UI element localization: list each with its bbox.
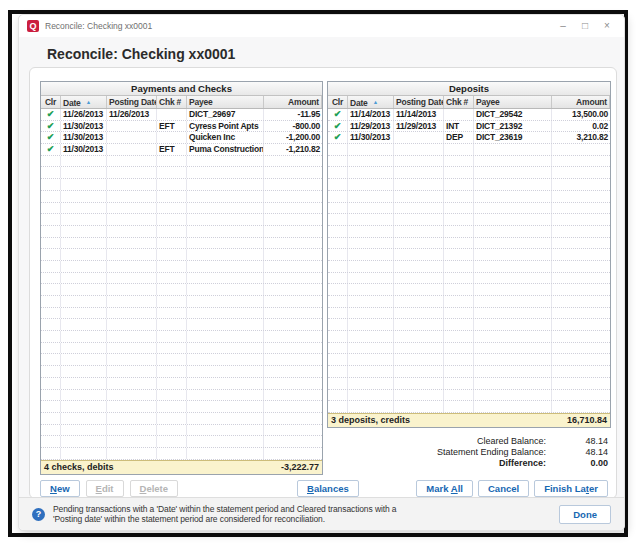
clr-cell [328,401,348,412]
payee-cell [474,308,552,319]
payee-cell [474,214,552,225]
posting-date-cell [107,132,157,143]
chk-cell [444,378,474,389]
payee-cell: Puma Construction [187,144,264,155]
payee-cell [187,366,264,377]
chk-cell: EFT [157,144,187,155]
payments-summary-label: 4 checks, debits [44,461,114,474]
posting-date-cell [107,425,157,436]
column-header-clr[interactable]: Clr [41,96,61,108]
column-header-chk[interactable]: Chk # [444,96,474,108]
clr-cell [41,331,61,342]
amount-cell [264,390,322,401]
mark-all-button[interactable]: Mark All [416,480,473,497]
chk-cell [444,261,474,272]
payee-cell [474,284,552,295]
amount-cell [264,413,322,424]
date-cell [348,214,394,225]
table-empty-row [328,238,610,250]
table-empty-row [41,308,322,320]
payee-cell [187,179,264,190]
posting-date-cell [107,319,157,330]
amount-cell [264,436,322,447]
table-row[interactable]: ✔11/29/201311/29/2013INTDICT_213920.02 [328,121,610,133]
edit-button[interactable]: Edit [86,480,124,497]
cancel-button[interactable]: Cancel [478,480,529,497]
cleared-check-icon: ✔ [328,121,348,132]
chk-cell [157,296,187,307]
payee-cell [474,390,552,401]
date-cell [348,238,394,249]
column-header-date[interactable]: Date▲ [348,96,394,108]
column-header-posting-date[interactable]: Posting Date [107,96,157,108]
column-header-chk[interactable]: Chk # [157,96,187,108]
window-titlebar: Q Reconcile: Checking xx0001 – □ × [19,15,624,37]
maximize-icon[interactable]: □ [574,15,596,37]
table-row[interactable]: ✔11/30/2013EFTCyress Point Apts-800.00 [41,121,322,133]
payee-cell [474,319,552,330]
table-empty-row [41,284,322,296]
table-row[interactable]: ✔11/30/2013Quicken Inc-1,200.00 [41,132,322,144]
balances-button[interactable]: Balances [297,480,359,497]
column-header-payee[interactable]: Payee [474,96,552,108]
clr-cell [328,273,348,284]
chk-cell [444,366,474,377]
clr-cell [328,296,348,307]
table-row[interactable]: ✔11/30/2013DEPDICT_236193,210.82 [328,132,610,144]
payee-cell [187,319,264,330]
date-cell [348,354,394,365]
posting-date-cell [394,390,444,401]
table-empty-row [41,378,322,390]
chk-cell: INT [444,121,474,132]
table-empty-row [328,214,610,226]
posting-date-cell [107,296,157,307]
chk-cell [444,401,474,412]
done-button[interactable]: Done [559,505,611,524]
finish-later-button[interactable]: Finish Later [534,480,608,497]
clr-cell [41,156,61,167]
posting-date-cell [394,354,444,365]
chk-cell [157,319,187,330]
chk-cell [444,191,474,202]
column-header-amount[interactable]: Amount [552,96,610,108]
table-row[interactable]: ✔11/14/201311/14/2013DICT_2954213,500.00 [328,109,610,121]
difference-row: Difference: 0.00 [437,458,608,469]
table-empty-row [41,214,322,226]
minimize-icon[interactable]: – [552,15,574,37]
table-empty-row [328,191,610,203]
column-header-amount[interactable]: Amount [264,96,322,108]
cleared-check-icon: ✔ [41,132,61,143]
column-header-payee[interactable]: Payee [187,96,264,108]
table-empty-row [328,144,610,156]
close-icon[interactable]: × [596,15,618,37]
deposits-summary-row: 3 deposits, credits 16,710.84 [328,413,610,427]
payee-cell [187,167,264,178]
table-row[interactable]: ✔11/26/201311/26/2013DICT_29697-11.95 [41,109,322,121]
clr-cell [41,179,61,190]
delete-button[interactable]: Delete [130,480,179,497]
payee-cell [187,273,264,284]
column-header-date[interactable]: Date▲ [61,96,107,108]
amount-cell [552,156,610,167]
amount-cell [264,378,322,389]
chk-cell [444,167,474,178]
table-empty-row [328,249,610,261]
amount-cell [264,284,322,295]
table-empty-row [41,226,322,238]
column-header-posting-date[interactable]: Posting Date [394,96,444,108]
amount-cell [264,203,322,214]
window-title: Reconcile: Checking xx0001 [45,21,152,31]
new-button[interactable]: New [40,480,80,497]
posting-date-cell [394,214,444,225]
amount-cell [264,273,322,284]
table-row[interactable]: ✔11/30/2013EFTPuma Construction-1,210.82 [41,144,322,156]
amount-cell [552,214,610,225]
table-empty-row [328,319,610,331]
posting-date-cell [107,401,157,412]
column-header-clr[interactable]: Clr [328,96,348,108]
date-cell [348,249,394,260]
posting-date-cell [107,238,157,249]
clr-cell [328,261,348,272]
help-icon[interactable]: ? [32,508,45,521]
amount-cell [552,273,610,284]
